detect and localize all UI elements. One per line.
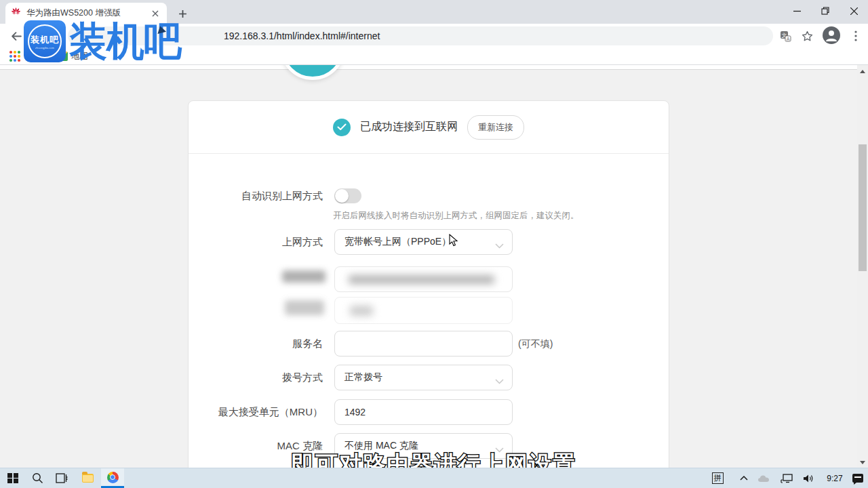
service-name-label: 服务名 bbox=[189, 338, 323, 350]
restore-icon[interactable] bbox=[811, 0, 840, 22]
zhuangjiba-brand-text: 装机吧 bbox=[69, 15, 181, 69]
redacted-account-label bbox=[282, 270, 326, 283]
chevron-down-icon bbox=[495, 240, 504, 251]
page-scrollbar[interactable] bbox=[857, 65, 868, 468]
redacted-password-label bbox=[285, 300, 324, 315]
search-icon[interactable] bbox=[26, 468, 49, 488]
window-controls bbox=[783, 0, 868, 24]
dial-mode-select[interactable]: 正常拨号 bbox=[334, 365, 513, 390]
net-type-label: 上网方式 bbox=[189, 236, 323, 249]
translate-icon[interactable]: 文A bbox=[777, 28, 793, 44]
redacted-password-value bbox=[350, 306, 373, 316]
network-icon[interactable] bbox=[777, 468, 796, 488]
svg-text:A: A bbox=[786, 36, 789, 41]
logo-ring: 装机吧 zhuangjiba.com bbox=[28, 24, 62, 58]
service-name-hint: (可不填) bbox=[518, 338, 553, 350]
scroll-up-icon[interactable] bbox=[860, 68, 865, 74]
huawei-favicon-icon bbox=[11, 7, 21, 20]
ime-indicator[interactable]: 拼 bbox=[709, 468, 726, 488]
dial-mode-label: 拨号方式 bbox=[189, 371, 323, 384]
volume-icon[interactable] bbox=[799, 468, 818, 488]
logo-badge-domain: zhuangjiba.com bbox=[35, 46, 54, 49]
status-message: 已成功连接到互联网 bbox=[360, 120, 458, 134]
profile-avatar[interactable] bbox=[823, 26, 840, 44]
router-page: 已成功连接到互联网 重新连接 自动识别上网方式 开启后网线接入时将自动识别上网方… bbox=[0, 65, 868, 468]
task-view-icon[interactable] bbox=[50, 468, 73, 488]
mru-label: 最大接受单元（MRU） bbox=[189, 406, 323, 419]
ime-label: 拼 bbox=[712, 472, 724, 484]
back-icon[interactable] bbox=[8, 28, 24, 44]
reconnect-button[interactable]: 重新连接 bbox=[467, 115, 524, 140]
onedrive-cloud-icon[interactable] bbox=[755, 468, 772, 488]
redacted-account-value bbox=[349, 275, 494, 284]
redacted-account-input[interactable] bbox=[334, 266, 513, 292]
success-check-icon bbox=[333, 119, 351, 136]
menu-kebab-icon[interactable] bbox=[848, 28, 864, 44]
action-center-icon[interactable] bbox=[849, 468, 867, 488]
taskbar: 拼 9:27 bbox=[0, 468, 868, 488]
auto-detect-toggle[interactable] bbox=[334, 188, 361, 203]
redacted-password-input[interactable] bbox=[334, 297, 513, 324]
chrome-taskbar-icon[interactable] bbox=[101, 468, 124, 488]
bookmark-star-icon[interactable] bbox=[799, 28, 815, 44]
internet-settings-card: 已成功连接到互联网 重新连接 自动识别上网方式 开启后网线接入时将自动识别上网方… bbox=[188, 100, 669, 468]
close-window-icon[interactable] bbox=[840, 0, 868, 22]
net-type-select[interactable]: 宽带帐号上网（PPPoE） bbox=[334, 229, 513, 255]
service-name-input[interactable] bbox=[334, 331, 513, 357]
mouse-cursor-icon bbox=[449, 234, 458, 250]
auto-detect-hint: 开启后网线接入时将自动识别上网方式，组网固定后，建议关闭。 bbox=[333, 210, 579, 222]
mru-input[interactable] bbox=[334, 399, 513, 425]
url-text: 192.168.3.1/html/index.html#/internet bbox=[224, 30, 380, 41]
logo-badge-text: 装机吧 bbox=[31, 34, 59, 46]
scrollbar-thumb[interactable] bbox=[859, 144, 867, 271]
tray-expand-icon[interactable] bbox=[736, 468, 751, 488]
connection-status-row: 已成功连接到互联网 重新连接 bbox=[189, 101, 669, 154]
apps-grid-icon[interactable] bbox=[9, 51, 20, 62]
toggle-knob bbox=[335, 189, 349, 203]
screen: 华为路由WS5200 增强版 192.168.3.1/html/index. bbox=[0, 0, 868, 488]
connection-globe-icon bbox=[280, 65, 345, 80]
taskbar-clock[interactable]: 9:27 bbox=[822, 468, 848, 488]
net-type-value: 宽带帐号上网（PPPoE） bbox=[344, 236, 451, 248]
minimize-icon[interactable] bbox=[783, 0, 811, 22]
zhuangjiba-logo-badge: 装机吧 zhuangjiba.com bbox=[24, 20, 66, 62]
auto-detect-label: 自动识别上网方式 bbox=[189, 190, 323, 203]
start-button-icon[interactable] bbox=[1, 468, 24, 488]
chevron-down-icon bbox=[495, 375, 504, 386]
file-explorer-icon[interactable] bbox=[76, 468, 99, 488]
dial-mode-value: 正常拨号 bbox=[344, 371, 382, 384]
